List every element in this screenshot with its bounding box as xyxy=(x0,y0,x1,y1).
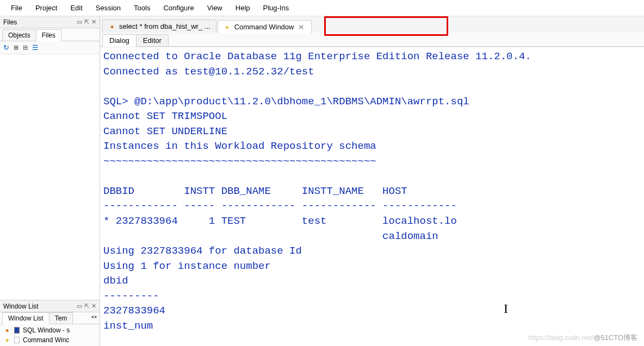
main-area: Files ▭ ⇱ ✕ Objects Files ↻ ⊞ ⊟ ☰ Window… xyxy=(0,16,644,346)
menu-session[interactable]: Session xyxy=(89,2,127,14)
doc-tab-sql-query[interactable]: select * from dba_hist_wr_ ... xyxy=(102,20,216,33)
window-list-body: SQL Window - s Command Winc xyxy=(0,324,100,346)
left-column: Files ▭ ⇱ ✕ Objects Files ↻ ⊞ ⊟ ☰ Window… xyxy=(0,16,100,346)
window-list-item-label: SQL Window - s xyxy=(23,326,70,334)
window-list-tabs: Window List Tem ◂ ▸ xyxy=(0,312,100,324)
menu-view[interactable]: View xyxy=(201,2,229,14)
window-list-item-label: Command Winc xyxy=(23,336,69,344)
window-list-controls: ▭ ⇱ ✕ xyxy=(77,303,96,310)
menu-help[interactable]: Help xyxy=(229,2,257,14)
files-panel-title: Files xyxy=(3,18,17,26)
command-console-output[interactable]: Connected to Oracle Database 11g Enterpr… xyxy=(100,47,644,346)
doc-tab-label: select * from dba_hist_wr_ ... xyxy=(119,22,210,30)
watermark-url: https://blog.csdn.net/ xyxy=(528,334,593,342)
close-tab-icon[interactable]: ✕ xyxy=(297,23,306,32)
window-list-header: Window List ▭ ⇱ ✕ xyxy=(0,300,100,312)
cmd-tab-icon xyxy=(224,23,231,31)
refresh-icon[interactable]: ↻ xyxy=(3,43,9,52)
menu-file[interactable]: File xyxy=(4,2,29,14)
files-tree-body[interactable] xyxy=(0,54,100,300)
sql-window-icon xyxy=(3,326,11,334)
files-panel-pin-icon[interactable]: ⇱ xyxy=(84,18,89,26)
sql-tab-icon xyxy=(108,23,116,30)
window-list-pin-icon[interactable]: ⇱ xyxy=(84,303,89,310)
files-panel-float-icon[interactable]: ▭ xyxy=(77,18,82,26)
tab-scroll-arrows[interactable]: ◂ ▸ xyxy=(91,313,97,319)
command-window-icon xyxy=(3,336,11,344)
menubar: File Project Edit Session Tools Configur… xyxy=(0,0,644,16)
tab-objects[interactable]: Objects xyxy=(2,29,36,41)
menu-configure[interactable]: Configure xyxy=(157,2,200,14)
expand-icon[interactable]: ⊞ xyxy=(14,44,18,51)
sub-tab-dialog[interactable]: Dialog xyxy=(102,34,137,47)
window-list-panel: Window List ▭ ⇱ ✕ Window List Tem ◂ ▸ xyxy=(0,300,100,346)
files-panel-close-icon[interactable]: ✕ xyxy=(91,18,96,26)
doc-tab-command-window[interactable]: Command Window ✕ xyxy=(218,20,312,33)
tree-icon[interactable]: ☰ xyxy=(32,43,39,52)
files-panel-header: Files ▭ ⇱ ✕ xyxy=(0,16,100,28)
text-cursor-icon: I xyxy=(504,301,508,316)
command-sub-tabs: Dialog Editor xyxy=(100,33,644,47)
window-list-item-cmd[interactable]: Command Winc xyxy=(2,335,97,345)
menu-tools[interactable]: Tools xyxy=(127,2,157,14)
tab-templates[interactable]: Tem xyxy=(49,312,73,324)
files-panel-controls: ▭ ⇱ ✕ xyxy=(77,18,96,26)
document-tabs: select * from dba_hist_wr_ ... Command W… xyxy=(100,16,644,33)
scroll-left-icon[interactable]: ◂ xyxy=(91,313,94,319)
tab-files[interactable]: Files xyxy=(36,29,61,41)
scroll-right-icon[interactable]: ▸ xyxy=(95,313,97,319)
menu-project[interactable]: Project xyxy=(29,2,64,14)
window-list-item-sql[interactable]: SQL Window - s xyxy=(2,325,97,335)
cmd-indicator xyxy=(14,337,20,343)
files-inner-tabs: Objects Files xyxy=(0,28,100,41)
menu-edit[interactable]: Edit xyxy=(64,2,89,14)
window-list-title: Window List xyxy=(3,303,39,310)
sql-active-indicator xyxy=(14,327,20,334)
sub-tab-editor[interactable]: Editor xyxy=(136,34,169,46)
watermark-handle: @51CTO博客 xyxy=(593,334,637,342)
window-list-float-icon[interactable]: ▭ xyxy=(77,303,82,310)
tab-window-list[interactable]: Window List xyxy=(2,312,49,324)
files-toolbar: ↻ ⊞ ⊟ ☰ xyxy=(0,41,100,54)
watermark: https://blog.csdn.net/@51CTO博客 xyxy=(528,333,637,343)
window-list-close-icon[interactable]: ✕ xyxy=(91,303,96,310)
doc-tab-label: Command Window xyxy=(234,23,294,31)
right-column: select * from dba_hist_wr_ ... Command W… xyxy=(100,16,644,346)
menu-plugins[interactable]: Plug-Ins xyxy=(257,2,296,14)
collapse-icon[interactable]: ⊟ xyxy=(23,44,28,51)
